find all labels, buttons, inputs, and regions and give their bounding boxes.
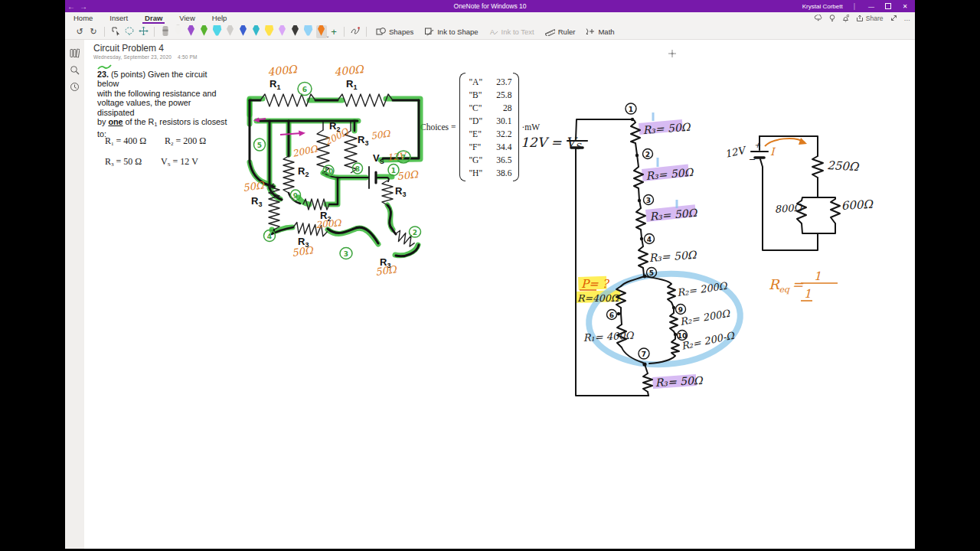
notebooks-icon[interactable]	[65, 44, 84, 61]
svg-text:7: 7	[401, 154, 406, 161]
svg-text:200Ω: 200Ω	[292, 143, 319, 159]
r-400-note: R=400Ω	[577, 292, 620, 304]
panning-hand-icon[interactable]	[136, 26, 150, 37]
forward-button[interactable]: →	[77, 2, 90, 11]
shapes-button[interactable]: Shapes	[371, 27, 419, 36]
resistor-R3-3	[636, 208, 645, 230]
svg-text:400Ω: 400Ω	[334, 63, 365, 78]
tab-help[interactable]: Help	[204, 12, 236, 24]
svg-text:50Ω: 50Ω	[291, 244, 314, 259]
svg-text:8: 8	[355, 165, 360, 173]
pen-black[interactable]	[290, 25, 301, 38]
ink-playback-icon[interactable]	[348, 26, 362, 37]
maximize-button[interactable]	[880, 0, 897, 12]
highlighter-cyan[interactable]	[212, 25, 223, 38]
svg-text:R3: R3	[395, 185, 406, 198]
svg-text:R₂= 200Ω: R₂= 200Ω	[676, 280, 728, 298]
eraser-tool[interactable]	[160, 25, 171, 38]
svg-text:10: 10	[324, 168, 334, 175]
ruler-button[interactable]: Ruler	[540, 27, 581, 36]
pen-options-chevron-icon[interactable]: ⌄	[325, 33, 329, 38]
source-label: 12V = VS	[521, 135, 582, 152]
highlighter-blue[interactable]	[303, 25, 314, 38]
svg-text:2: 2	[413, 229, 417, 236]
share-button[interactable]: Share	[856, 15, 884, 22]
pen-white[interactable]	[173, 25, 184, 38]
lasso-select-icon[interactable]	[122, 26, 136, 37]
search-icon[interactable]	[65, 61, 84, 78]
svg-text:R₃= 50Ω: R₃= 50Ω	[642, 121, 691, 136]
svg-text:6: 6	[609, 311, 614, 319]
maximize-icon	[885, 3, 891, 9]
close-button[interactable]: ✕	[897, 0, 913, 12]
redo-button[interactable]: ↻	[87, 27, 100, 37]
printed-circuit: R1 R1 R2 R3 R2 R2 R3 R3 R3 R3 VS 400Ω 40…	[242, 63, 420, 278]
ruler-icon	[545, 27, 555, 36]
page-canvas[interactable]: Circuit Problem 4 Wednesday, September 2…	[84, 40, 915, 549]
fullscreen-icon[interactable]	[890, 15, 897, 21]
undo-button[interactable]: ↺	[73, 27, 87, 37]
svg-text:−: −	[748, 155, 756, 165]
tab-draw[interactable]: Draw	[136, 12, 171, 24]
back-button[interactable]: ←	[65, 2, 77, 11]
svg-text:1: 1	[629, 106, 633, 113]
account-name[interactable]: Krystal Corbett	[802, 3, 843, 10]
onenote-window: ← → OneNote for Windows 10 Krystal Corbe…	[65, 0, 915, 549]
tab-insert[interactable]: Insert	[101, 12, 136, 24]
svg-text:R₃= 50Ω: R₃= 50Ω	[655, 374, 704, 389]
svg-text:R3: R3	[358, 134, 368, 147]
pen-teal[interactable]	[251, 25, 262, 38]
pen-lavender[interactable]	[277, 25, 288, 38]
pen-orange-selected[interactable]: ⌄	[316, 25, 327, 38]
svg-text:R2: R2	[298, 165, 309, 178]
svg-text:R₂= 200-Ω: R₂= 200-Ω	[681, 329, 737, 351]
ink-to-text-icon: A	[489, 27, 498, 36]
pen-purple[interactable]	[186, 25, 197, 38]
green-check-ink	[98, 65, 111, 69]
svg-text:I: I	[770, 145, 776, 158]
svg-text:+: +	[754, 141, 761, 149]
pen-blue[interactable]	[238, 25, 249, 38]
tab-home[interactable]: Home	[65, 12, 101, 24]
more-options-button[interactable]: …	[904, 15, 911, 22]
svg-text:400Ω: 400Ω	[267, 63, 299, 78]
tab-view[interactable]: View	[171, 12, 203, 24]
minimize-button[interactable]: —	[863, 0, 880, 12]
recent-notes-icon[interactable]	[65, 78, 84, 95]
resistor-250	[812, 156, 823, 178]
screen: ← → OneNote for Windows 10 Krystal Corbe…	[0, 0, 980, 551]
move-anchor-icon[interactable]	[668, 50, 676, 57]
ink-to-shape-button[interactable]: Ink to Shape	[419, 27, 483, 36]
select-objects-icon[interactable]	[109, 26, 122, 37]
resistor-R3-right	[382, 181, 393, 205]
notifications-bell-icon[interactable]	[842, 15, 849, 22]
math-button[interactable]: Math	[580, 27, 619, 36]
svg-text:4: 4	[647, 236, 652, 243]
svg-text:3: 3	[344, 250, 348, 258]
svg-text:800Ω: 800Ω	[774, 201, 803, 215]
equiv-wires	[751, 136, 835, 250]
svg-text:10: 10	[678, 332, 688, 340]
svg-text:200Ω: 200Ω	[315, 217, 342, 230]
pen-green[interactable]	[199, 25, 210, 38]
resistor-R2-1	[668, 284, 675, 302]
math-icon	[586, 27, 595, 36]
ribbon-tabs: Home Insert Draw View Help	[65, 12, 915, 24]
resistor-600	[831, 199, 840, 223]
svg-text:250Ω: 250Ω	[827, 158, 861, 174]
redrawn-circuit: 12V = VS R₃= 50Ω R₃= 50Ω R₃= 50Ω R₃= 50Ω…	[521, 103, 743, 396]
highlighter-yellow[interactable]	[264, 25, 275, 38]
titlebar-divider: |	[854, 2, 855, 10]
resistor-R2-vert2	[283, 156, 294, 193]
sync-status-icon[interactable]	[814, 15, 822, 21]
svg-text:1: 1	[814, 269, 822, 283]
svg-text:50Ω: 50Ω	[370, 128, 391, 142]
ideas-lightbulb-icon[interactable]	[829, 15, 835, 22]
svg-text:6: 6	[302, 86, 307, 93]
pen-silver[interactable]	[225, 25, 236, 38]
svg-text:R1: R1	[270, 78, 280, 91]
svg-text:R₃= 50Ω: R₃= 50Ω	[648, 249, 697, 264]
power-question: P= ?	[581, 277, 609, 291]
svg-text:5: 5	[649, 269, 654, 277]
svg-text:A: A	[490, 28, 495, 36]
